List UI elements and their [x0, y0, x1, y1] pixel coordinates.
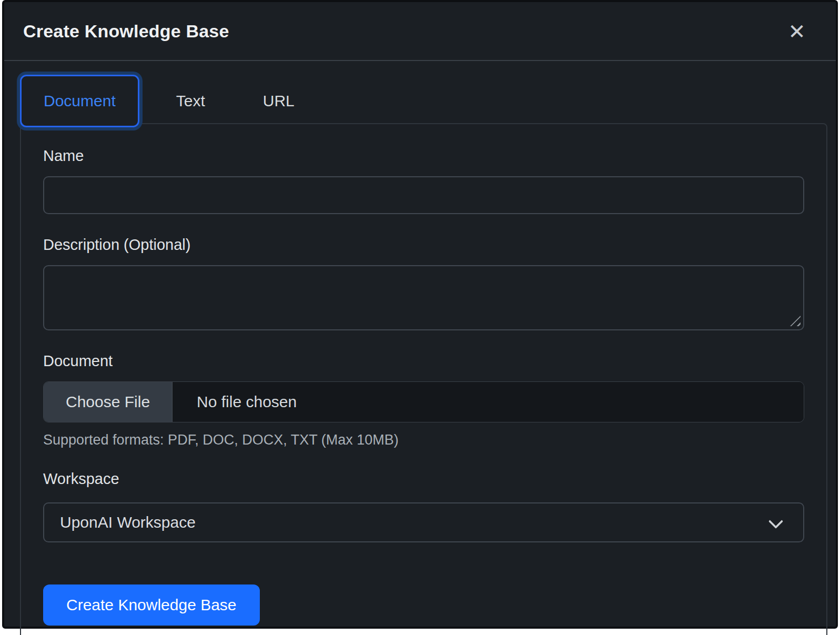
- file-status-text: No file chosen: [173, 382, 804, 422]
- workspace-label: Workspace: [43, 470, 804, 488]
- description-label: Description (Optional): [43, 236, 804, 254]
- create-knowledge-base-button[interactable]: Create Knowledge Base: [43, 584, 260, 626]
- tab-text[interactable]: Text: [155, 75, 226, 127]
- tab-text-label: Text: [176, 92, 205, 110]
- name-label: Name: [43, 147, 804, 165]
- name-field-group: Name: [43, 147, 804, 214]
- document-file-input[interactable]: Choose File No file chosen: [43, 381, 804, 422]
- chevron-down-icon: [768, 514, 783, 529]
- name-input[interactable]: [43, 176, 804, 214]
- choose-file-button[interactable]: Choose File: [44, 382, 173, 422]
- modal-header: Create Knowledge Base ✕: [4, 2, 836, 61]
- tab-bar: Document Text URL: [20, 75, 821, 127]
- description-field-group: Description (Optional): [43, 236, 804, 330]
- workspace-field-group: Workspace UponAI Workspace: [43, 470, 804, 542]
- tab-panel-document: Name Description (Optional) Document Cho…: [20, 123, 827, 635]
- close-button[interactable]: ✕: [783, 18, 811, 45]
- description-textarea[interactable]: [43, 265, 804, 330]
- workspace-select[interactable]: UponAI Workspace: [43, 502, 804, 542]
- supported-formats-hint: Supported formats: PDF, DOC, DOCX, TXT (…: [43, 432, 804, 448]
- tab-url[interactable]: URL: [242, 75, 316, 127]
- tab-document-label: Document: [44, 92, 116, 110]
- document-field-group: Document Choose File No file chosen Supp…: [43, 352, 804, 448]
- close-icon: ✕: [788, 21, 806, 42]
- modal-title: Create Knowledge Base: [23, 21, 229, 42]
- tab-url-label: URL: [263, 92, 295, 110]
- create-knowledge-base-button-label: Create Knowledge Base: [66, 596, 237, 613]
- tab-document[interactable]: Document: [20, 75, 139, 127]
- description-textarea-wrap: [43, 265, 804, 330]
- document-label: Document: [43, 352, 804, 370]
- create-knowledge-base-modal: Create Knowledge Base ✕ Document Text UR…: [2, 0, 838, 629]
- workspace-selected-value: UponAI Workspace: [60, 513, 196, 531]
